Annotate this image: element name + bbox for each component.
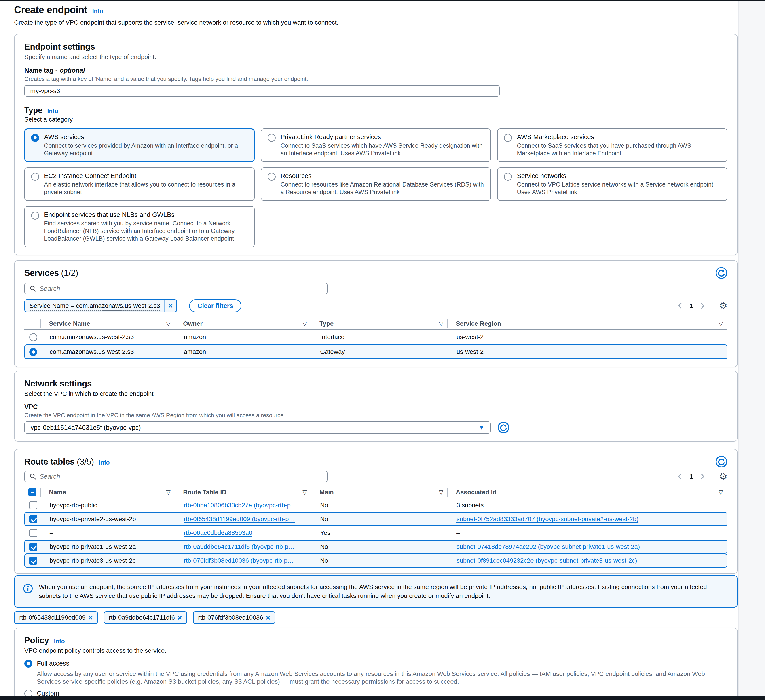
vpc-select[interactable]: vpc-0eb11514a74631e5f (byovpc-vpc) ▼: [24, 421, 491, 433]
row-radio-icon[interactable]: [29, 333, 37, 341]
next-page-icon[interactable]: [698, 301, 707, 310]
select-all-checkbox[interactable]: [28, 488, 36, 496]
table-preferences-gear-icon[interactable]: ⚙: [719, 472, 727, 481]
remove-token-icon[interactable]: ×: [86, 613, 96, 622]
route-table-id-link[interactable]: rtb-0a9ddbe64c1711df6 (byovpc-rtb-p…: [184, 543, 294, 550]
services-card: Services(1/2) Service Name = com.amazona…: [14, 260, 738, 367]
route-table-id-link[interactable]: rtb-0f65438d1199ed009 (byovpc-rtb-p…: [184, 515, 295, 523]
column-header-main[interactable]: Main▽: [312, 488, 448, 497]
services-pagination: 1 ⚙: [675, 300, 727, 312]
route-table-id-link[interactable]: rtb-06ae0dbd6a88593a0: [184, 529, 252, 536]
subnets-popover-link[interactable]: 3 subnets: [456, 502, 483, 509]
main-cell: No: [312, 557, 449, 564]
radio-icon[interactable]: [268, 134, 275, 142]
window-top-border: [0, 0, 765, 1]
service-row-interface[interactable]: com.amazonaws.us-west-2.s3 amazon Interf…: [24, 330, 727, 344]
column-header-owner[interactable]: Owner▽: [175, 319, 312, 328]
services-search[interactable]: [24, 283, 327, 294]
row-checkbox-checked[interactable]: [29, 557, 37, 565]
filter-token-label[interactable]: Service Name = com.amazonaws.us-west-2.s…: [30, 302, 160, 311]
policy-title: PolicyInfo: [24, 636, 727, 645]
radio-checked-icon[interactable]: [24, 659, 32, 668]
endpoint-info-alert: When you use an endpoint, the source IP …: [14, 575, 738, 608]
name-tag-input[interactable]: [24, 85, 500, 97]
page-info-link[interactable]: Info: [92, 8, 103, 14]
radio-icon[interactable]: [504, 173, 512, 181]
region-cell: us-west-2: [449, 348, 727, 355]
radio-icon[interactable]: [504, 134, 512, 142]
column-header-type[interactable]: Type▽: [312, 319, 448, 328]
row-checkbox-checked[interactable]: [29, 515, 37, 523]
subnet-link[interactable]: subnet-07418de78974ac292 (byovpc-subnet-…: [456, 543, 640, 550]
category-description: An elastic network interface that allows…: [44, 181, 248, 196]
page-number[interactable]: 1: [686, 473, 696, 480]
column-header-service-name[interactable]: Service Name▽: [41, 319, 175, 328]
policy-info-link[interactable]: Info: [54, 638, 65, 645]
services-table-header: Service Name▽ Owner▽ Type▽ Service Regio…: [24, 318, 727, 330]
category-nlb-gwlb[interactable]: Endpoint services that use NLBs and GWLB…: [24, 206, 255, 247]
table-preferences-gear-icon[interactable]: ⚙: [719, 301, 727, 311]
right-panel-gutter: [738, 1, 765, 696]
category-resources[interactable]: Resources Connect to resources like Amaz…: [261, 167, 491, 201]
filter-caret-icon[interactable]: ▽: [718, 320, 723, 327]
category-marketplace[interactable]: AWS Marketplace services Connect to SaaS…: [497, 129, 727, 162]
category-privatelink-partner[interactable]: PrivateLink Ready partner services Conne…: [261, 129, 491, 162]
vpc-description: Create the VPC endpoint in the VPC in th…: [24, 412, 727, 419]
route-table-id-link[interactable]: rtb-0bba10806b33cb27e (byovpc-rtb-p…: [184, 502, 297, 509]
route-table-row[interactable]: byovpc-rtb-private3-us-west-2c rtb-076fd…: [24, 554, 727, 568]
policy-full-access-option[interactable]: Full access: [24, 659, 727, 668]
remove-token-icon[interactable]: ×: [263, 613, 273, 622]
column-header-service-region[interactable]: Service Region▽: [448, 319, 727, 328]
vpc-refresh-button[interactable]: [497, 421, 510, 433]
category-label: PrivateLink Ready partner services: [280, 133, 485, 141]
type-info-link[interactable]: Info: [47, 108, 58, 115]
category-service-networks[interactable]: Service networks Connect to VPC Lattice …: [497, 167, 727, 201]
next-page-icon[interactable]: [698, 472, 707, 481]
row-checkbox[interactable]: [29, 501, 37, 509]
filter-caret-icon[interactable]: ▽: [166, 489, 171, 496]
filter-caret-icon[interactable]: ▽: [718, 489, 723, 496]
row-checkbox[interactable]: [29, 529, 37, 537]
route-table-row[interactable]: byovpc-rtb-public rtb-0bba10806b33cb27e …: [24, 498, 727, 512]
services-filter-row: Service Name = com.amazonaws.us-west-2.s…: [24, 299, 727, 312]
route-tables-refresh-button[interactable]: [715, 456, 727, 469]
route-table-row[interactable]: – rtb-06ae0dbd6a88593a0 Yes –: [24, 526, 727, 540]
row-radio-checked-icon[interactable]: [29, 348, 37, 356]
name-tag-optional: optional: [60, 67, 85, 74]
filter-caret-icon[interactable]: ▽: [166, 320, 171, 327]
radio-icon[interactable]: [268, 173, 275, 181]
clear-filters-button[interactable]: Clear filters: [189, 299, 241, 312]
associated-id-cell: –: [449, 529, 727, 537]
page-number[interactable]: 1: [686, 302, 696, 309]
service-row-gateway[interactable]: com.amazonaws.us-west-2.s3 amazon Gatewa…: [24, 344, 727, 359]
radio-icon[interactable]: [31, 173, 39, 181]
type-category-grid: AWS services Connect to services provide…: [24, 129, 727, 247]
subnet-link[interactable]: subnet-0f752ad83333ad707 (byovpc-subnet-…: [456, 515, 639, 523]
remove-filter-icon[interactable]: ×: [164, 300, 176, 312]
category-ec2-instance-connect[interactable]: EC2 Instance Connect Endpoint An elastic…: [24, 167, 255, 201]
category-label: Resources: [280, 172, 485, 180]
subnet-link[interactable]: subnet-0f891cec049232c2e (byovpc-subnet-…: [456, 557, 637, 564]
previous-page-icon[interactable]: [675, 301, 685, 310]
services-search-input[interactable]: [39, 285, 323, 292]
column-header-name[interactable]: Name▽: [41, 488, 175, 497]
column-header-route-table-id[interactable]: Route Table ID▽: [175, 488, 312, 497]
route-tables-search[interactable]: [24, 471, 327, 482]
route-table-row[interactable]: byovpc-rtb-private2-us-west-2b rtb-0f654…: [24, 512, 727, 526]
route-tables-info-link[interactable]: Info: [99, 459, 110, 466]
column-header-associated-id[interactable]: Associated Id▽: [448, 488, 727, 497]
radio-icon[interactable]: [31, 212, 39, 220]
filter-caret-icon[interactable]: ▽: [439, 489, 443, 496]
filter-caret-icon[interactable]: ▽: [439, 320, 443, 327]
services-refresh-button[interactable]: [715, 267, 727, 280]
radio-checked-icon[interactable]: [31, 134, 39, 142]
row-checkbox-checked[interactable]: [29, 543, 37, 551]
category-aws-services[interactable]: AWS services Connect to services provide…: [24, 129, 255, 162]
filter-caret-icon[interactable]: ▽: [302, 489, 307, 496]
filter-caret-icon[interactable]: ▽: [302, 320, 307, 327]
route-tables-search-input[interactable]: [39, 473, 323, 480]
route-table-row[interactable]: byovpc-rtb-private1-us-west-2a rtb-0a9dd…: [24, 540, 727, 554]
remove-token-icon[interactable]: ×: [175, 613, 185, 622]
previous-page-icon[interactable]: [675, 472, 685, 481]
route-table-id-link[interactable]: rtb-076fdf3b08ed10036 (byovpc-rtb-p…: [184, 557, 294, 564]
